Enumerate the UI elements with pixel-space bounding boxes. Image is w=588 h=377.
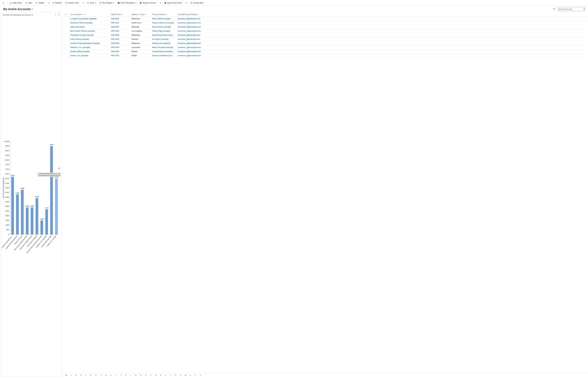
- alpha-filter[interactable]: N: [138, 374, 143, 376]
- back-button[interactable]: [1, 1, 6, 5]
- select-all-header[interactable]: [62, 12, 69, 17]
- alpha-filter[interactable]: A: [74, 374, 79, 376]
- email-cell[interactable]: someone_j@example.com: [176, 38, 588, 40]
- account-name-cell[interactable]: Fourth Coffee (sample): [69, 50, 110, 53]
- contact-cell[interactable]: Jim Glynn (sample): [151, 38, 176, 40]
- alpha-filter[interactable]: C: [83, 374, 89, 376]
- alpha-filter[interactable]: Y: [193, 374, 198, 376]
- chart-bar[interactable]: [35, 198, 38, 235]
- table-row[interactable]: Coho Winery (sample)555-0159PhoenixJim G…: [62, 37, 588, 41]
- alpha-filter[interactable]: Q: [153, 374, 158, 376]
- chart-bar[interactable]: [50, 146, 53, 235]
- column-header-primary-contact[interactable]: Primary Contact: [151, 12, 176, 17]
- view-title[interactable]: My Active Accounts: [3, 7, 33, 11]
- column-header-main-phone[interactable]: Main Phone: [110, 12, 130, 17]
- alpha-filter[interactable]: G: [104, 374, 108, 376]
- contact-cell[interactable]: Susanna Stubberod (sample): [151, 54, 176, 57]
- email-cell[interactable]: someone_b@example.com: [176, 54, 588, 57]
- alpha-filter[interactable]: H: [108, 374, 113, 376]
- column-header-email[interactable]: Email (Primary Contact): [176, 12, 588, 17]
- phone-cell[interactable]: 555-0155: [110, 34, 130, 36]
- chart-area[interactable]: 05001,0001,5002,0002,5003,0003,5004,0004…: [2, 19, 60, 375]
- email-cell[interactable]: someone_c@example.com: [176, 22, 588, 24]
- table-row[interactable]: Adventure Works (sample)555-0152Santa Cr…: [62, 21, 588, 25]
- phone-cell[interactable]: 555-0150: [110, 50, 130, 53]
- email-cell[interactable]: someone_g@example.com: [176, 42, 588, 44]
- filter-button[interactable]: [552, 7, 556, 11]
- contact-cell[interactable]: Maria Campbell (sample): [151, 46, 176, 48]
- import-excel-dropdown[interactable]: [185, 1, 188, 5]
- table-row[interactable]: City Power & Light (sample)555-0155Redmo…: [62, 33, 588, 37]
- chart-bar[interactable]: [11, 177, 14, 235]
- alpha-filter[interactable]: L: [128, 374, 133, 376]
- table-row[interactable]: Fabrikam, Inc. (sample)555-0153LynnwoodM…: [62, 45, 588, 49]
- phone-cell[interactable]: 555-0156: [110, 42, 130, 44]
- export-excel-button[interactable]: Export to Excel: [138, 1, 157, 5]
- chart-bar[interactable]: [26, 208, 28, 235]
- account-name-cell[interactable]: Coho Winery (sample): [69, 38, 110, 40]
- create-view-button[interactable]: Create view: [189, 1, 205, 5]
- contact-cell[interactable]: Scott Konersmann (sample): [151, 34, 176, 36]
- hide-chart-button[interactable]: Hide Chart: [8, 1, 23, 5]
- table-row[interactable]: A. Datum Corporation (sample)555-0158Red…: [62, 17, 588, 21]
- column-header-account-name[interactable]: Account Name ↑: [69, 12, 110, 17]
- email-cell[interactable]: someone_d@example.com: [176, 46, 588, 48]
- alpha-filter[interactable]: M: [133, 374, 138, 376]
- account-name-cell[interactable]: City Power & Light (sample): [69, 34, 110, 36]
- alpha-filter[interactable]: X: [188, 374, 193, 376]
- alpha-filter[interactable]: I: [113, 374, 118, 376]
- email-cell[interactable]: someone_h@example.com: [176, 26, 588, 28]
- phone-cell[interactable]: 555-0159: [110, 38, 130, 40]
- chart-bar[interactable]: [16, 195, 19, 235]
- chart-bar[interactable]: [40, 221, 43, 235]
- email-link-dropdown[interactable]: [82, 1, 85, 5]
- flow-button[interactable]: Flow: [85, 1, 97, 5]
- contact-cell[interactable]: Rene Valdes (sample): [151, 18, 176, 20]
- alpha-filter[interactable]: B: [79, 374, 83, 376]
- phone-cell[interactable]: 555-0158: [110, 18, 130, 20]
- alpha-filter[interactable]: O: [143, 374, 148, 376]
- import-excel-button[interactable]: Import from Excel: [163, 1, 184, 5]
- alpha-filter[interactable]: W: [183, 374, 188, 376]
- table-row[interactable]: Alpine Ski House555-0157MissoulaPaul Can…: [62, 25, 588, 29]
- account-name-cell[interactable]: Litware, Inc. (sample): [69, 54, 110, 57]
- refresh-button[interactable]: Refresh: [51, 1, 63, 5]
- alpha-filter[interactable]: E: [94, 374, 98, 376]
- alpha-filter[interactable]: F: [98, 374, 104, 376]
- table-row[interactable]: Blue Yonder Airlines (sample)555-0154Los…: [62, 29, 588, 33]
- chart-title-button[interactable]: Number of employees by account: [3, 14, 33, 16]
- search-input[interactable]: [558, 8, 583, 10]
- contact-cell[interactable]: Yvonne McKay (sample): [151, 50, 176, 53]
- chart-bar[interactable]: [45, 209, 48, 235]
- alpha-filter[interactable]: R: [158, 374, 163, 376]
- alpha-filter[interactable]: Z: [198, 374, 203, 376]
- alpha-filter[interactable]: V: [178, 374, 183, 376]
- account-name-cell[interactable]: A. Datum Corporation (sample): [69, 18, 110, 20]
- delete-dropdown[interactable]: [47, 1, 50, 5]
- delete-button[interactable]: Delete: [34, 1, 46, 5]
- alpha-filter[interactable]: T: [168, 374, 173, 376]
- alpha-filter[interactable]: All: [64, 374, 69, 376]
- phone-cell[interactable]: 555-0157: [110, 26, 130, 28]
- account-name-cell[interactable]: Alpine Ski House: [69, 26, 110, 28]
- account-name-cell[interactable]: Fabrikam, Inc. (sample): [69, 46, 110, 48]
- phone-cell[interactable]: 555-0153: [110, 46, 130, 48]
- email-cell[interactable]: someone_i@example.com: [176, 18, 588, 20]
- phone-cell[interactable]: 555-0151: [110, 54, 130, 57]
- phone-cell[interactable]: 555-0152: [110, 22, 130, 24]
- phone-cell[interactable]: 555-0154: [110, 30, 130, 32]
- alpha-filter[interactable]: #: [69, 374, 74, 376]
- chart-bar[interactable]: [21, 190, 24, 235]
- email-cell[interactable]: someone_a@example.com: [176, 50, 588, 53]
- column-header-city[interactable]: Address 1: City: [130, 12, 151, 17]
- export-excel-dropdown[interactable]: [159, 1, 162, 5]
- email-cell[interactable]: someone_f@example.com: [176, 34, 588, 36]
- contact-cell[interactable]: Sidney Higa (sample): [151, 30, 176, 32]
- alpha-filter[interactable]: J: [118, 374, 123, 376]
- alpha-filter[interactable]: S: [163, 374, 168, 376]
- account-name-cell[interactable]: Contoso Pharmaceuticals (sample): [69, 42, 110, 44]
- chart-bar[interactable]: [31, 208, 33, 235]
- new-button[interactable]: New: [24, 1, 34, 5]
- alpha-filter[interactable]: P: [148, 374, 153, 376]
- account-name-cell[interactable]: Blue Yonder Airlines (sample): [69, 30, 110, 32]
